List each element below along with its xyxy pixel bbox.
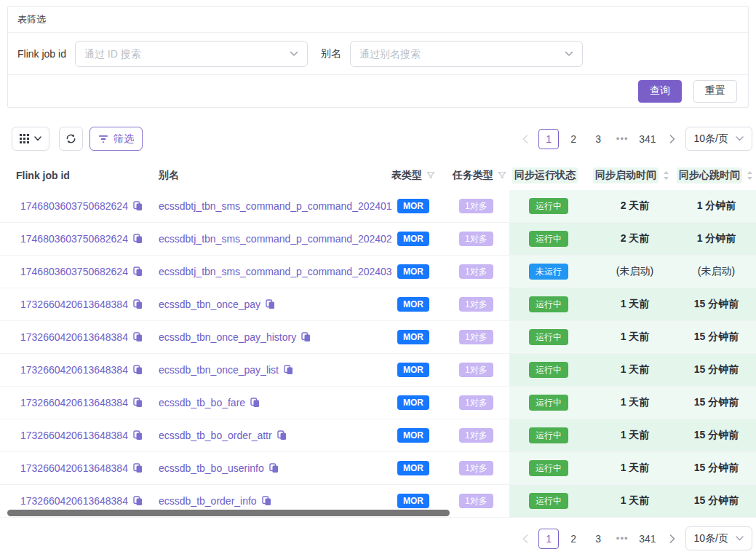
status-badge: 运行中 bbox=[529, 460, 568, 476]
copy-icon[interactable] bbox=[133, 430, 143, 441]
table-body: 1746803603750682624 ecssdbtj_tbn_sms_com… bbox=[0, 190, 756, 518]
alias-link[interactable]: ecssdb_tbn_once_pay_history bbox=[159, 331, 296, 343]
heartbeat-time: 15 分钟前 bbox=[677, 321, 756, 353]
alias-link[interactable]: ecssdb_tb_bo_userinfo bbox=[159, 462, 264, 474]
heartbeat-time: 1 分钟前 bbox=[677, 190, 756, 222]
start-time: 1 天前 bbox=[593, 387, 677, 419]
col-header-heartbeat-time[interactable]: 同步心跳时间 bbox=[677, 160, 756, 190]
page-button-2[interactable]: 2 bbox=[563, 129, 584, 149]
job-id-link[interactable]: 1732660420613648384 bbox=[20, 299, 128, 310]
sorter-icon[interactable] bbox=[747, 170, 753, 181]
copy-icon[interactable] bbox=[133, 266, 143, 277]
alias-link[interactable]: ecssdb_tbn_once_pay_list bbox=[159, 364, 279, 376]
filter-button-label: 筛选 bbox=[114, 133, 134, 146]
alias-select[interactable] bbox=[350, 41, 583, 67]
job-id-link[interactable]: 1732660420613648384 bbox=[20, 331, 128, 343]
copy-icon[interactable] bbox=[133, 201, 143, 211]
next-page-icon[interactable] bbox=[664, 529, 681, 549]
chevron-down-icon bbox=[290, 51, 298, 57]
page-button-1[interactable]: 1 bbox=[538, 129, 559, 149]
column-settings-button[interactable] bbox=[12, 127, 49, 151]
copy-icon[interactable] bbox=[133, 496, 143, 506]
job-id-link[interactable]: 1732660420613648384 bbox=[20, 430, 128, 441]
alias-link[interactable]: ecssdb_tb_bo_fare bbox=[159, 397, 245, 408]
job-id-link[interactable]: 1746803603750682624 bbox=[20, 200, 128, 212]
job-id-link[interactable]: 1732660420613648384 bbox=[20, 495, 128, 507]
alias-link[interactable]: ecssdbtj_tbn_sms_command_p_command_20240… bbox=[159, 200, 392, 212]
copy-icon[interactable] bbox=[266, 299, 275, 309]
table-type-tag: MOR bbox=[397, 428, 429, 443]
job-id-link[interactable]: 1746803603750682624 bbox=[20, 266, 128, 277]
table-row: 1732660420613648384 ecssdb_tb_bo_order_a… bbox=[0, 419, 756, 452]
flink-job-id-select[interactable] bbox=[75, 41, 308, 67]
start-time: 1 天前 bbox=[593, 485, 677, 517]
alias-link[interactable]: ecssdbtj_tbn_sms_command_p_command_20240… bbox=[159, 266, 392, 277]
copy-icon[interactable] bbox=[133, 299, 143, 309]
alias-link[interactable]: ecssdb_tb_bo_order_attr bbox=[159, 430, 272, 441]
page-button-3[interactable]: 3 bbox=[588, 529, 608, 549]
table-row: 1732660420613648384 ecssdb_tbn_once_pay … bbox=[0, 288, 756, 321]
task-type-tag: 1对多 bbox=[459, 199, 493, 213]
copy-icon[interactable] bbox=[133, 463, 143, 473]
start-time: 1 天前 bbox=[593, 288, 677, 320]
copy-icon[interactable] bbox=[284, 365, 293, 375]
horizontal-scrollbar[interactable] bbox=[7, 510, 450, 516]
page-ellipsis[interactable]: ••• bbox=[613, 533, 632, 544]
col-header-start-time[interactable]: 同步启动时间 bbox=[593, 160, 677, 190]
start-time: 1 天前 bbox=[593, 354, 677, 386]
refresh-button[interactable] bbox=[59, 127, 83, 151]
page-size-select[interactable]: 10条/页 bbox=[685, 526, 752, 550]
page-size-value: 10条/页 bbox=[694, 133, 728, 146]
copy-icon[interactable] bbox=[269, 463, 279, 473]
heartbeat-time: 15 分钟前 bbox=[677, 419, 756, 451]
flink-job-id-input[interactable] bbox=[84, 48, 290, 60]
alias-link[interactable]: ecssdb_tbn_once_pay bbox=[159, 299, 260, 310]
status-badge: 运行中 bbox=[529, 427, 568, 443]
col-header-flink-job-id: Flink job id bbox=[0, 170, 143, 181]
page-button-last[interactable]: 341 bbox=[636, 129, 658, 149]
filter-funnel-icon[interactable] bbox=[498, 171, 506, 180]
copy-icon[interactable] bbox=[133, 365, 143, 375]
sync-tables-table: Flink job id 别名 表类型 任务类型 同步运行状态 同步启动时间 同… bbox=[0, 160, 756, 518]
alias-link[interactable]: ecssdbtj_tbn_sms_command_p_command_20240… bbox=[159, 233, 392, 245]
copy-icon[interactable] bbox=[301, 332, 311, 342]
col-header-task-type: 任务类型 bbox=[448, 169, 509, 182]
table-row: 1732660420613648384 ecssdb_tbn_once_pay_… bbox=[0, 354, 756, 387]
copy-icon[interactable] bbox=[277, 430, 287, 441]
alias-link[interactable]: ecssdb_tb_order_info bbox=[159, 495, 257, 507]
job-id-link[interactable]: 1732660420613648384 bbox=[20, 364, 128, 376]
job-id-link[interactable]: 1746803603750682624 bbox=[20, 233, 128, 245]
table-type-tag: MOR bbox=[397, 363, 429, 377]
reset-button[interactable]: 重置 bbox=[693, 80, 737, 103]
prev-page-icon[interactable] bbox=[517, 529, 534, 549]
filter-button[interactable]: 筛选 bbox=[89, 127, 143, 151]
copy-icon[interactable] bbox=[133, 398, 143, 408]
alias-input[interactable] bbox=[359, 48, 565, 60]
page-button-3[interactable]: 3 bbox=[588, 129, 608, 149]
chevron-down-icon bbox=[565, 51, 573, 57]
filter-funnel-icon[interactable] bbox=[426, 171, 435, 180]
prev-page-icon[interactable] bbox=[517, 129, 534, 149]
col-header-alias: 别名 bbox=[143, 169, 391, 182]
table-filter-panel: 表筛选 Flink job id 别名 查询 重置 bbox=[7, 6, 749, 108]
table-type-tag: MOR bbox=[397, 199, 429, 213]
page-ellipsis[interactable]: ••• bbox=[613, 133, 632, 144]
copy-icon[interactable] bbox=[133, 234, 143, 244]
table-type-tag: MOR bbox=[397, 494, 429, 508]
task-type-tag: 1对多 bbox=[459, 494, 493, 508]
page-button-last[interactable]: 341 bbox=[636, 529, 658, 549]
page-button-2[interactable]: 2 bbox=[563, 529, 584, 549]
copy-icon[interactable] bbox=[250, 398, 260, 408]
sorter-icon[interactable] bbox=[663, 170, 669, 181]
page-size-select[interactable]: 10条/页 bbox=[685, 127, 752, 151]
job-id-link[interactable]: 1732660420613648384 bbox=[20, 462, 128, 474]
page-button-1[interactable]: 1 bbox=[538, 529, 559, 549]
query-button[interactable]: 查询 bbox=[638, 80, 682, 103]
next-page-icon[interactable] bbox=[664, 129, 681, 149]
alias-label: 别名 bbox=[321, 47, 341, 60]
pagination-bottom: 1 2 3 ••• 341 10条/页 bbox=[517, 526, 752, 550]
copy-icon[interactable] bbox=[262, 496, 271, 506]
copy-icon[interactable] bbox=[133, 332, 143, 342]
task-type-tag: 1对多 bbox=[459, 428, 493, 443]
job-id-link[interactable]: 1732660420613648384 bbox=[20, 397, 128, 408]
